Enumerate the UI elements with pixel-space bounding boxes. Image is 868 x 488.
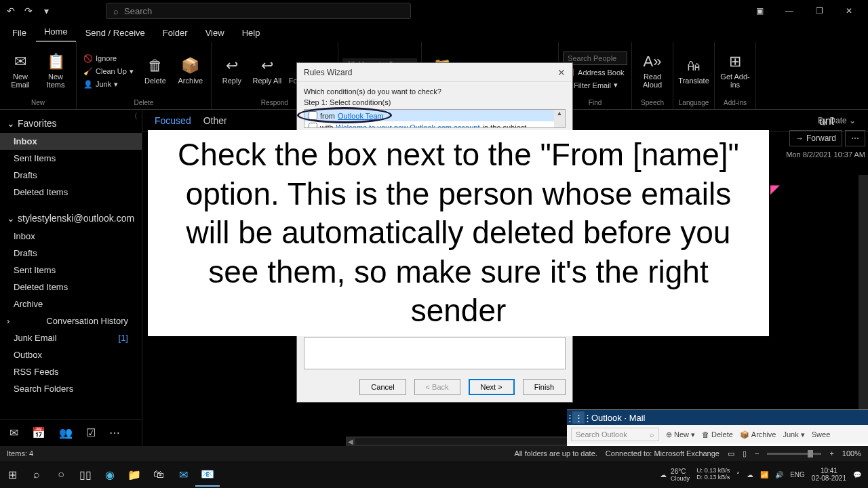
menu-help[interactable]: Help (234, 24, 269, 42)
weather-condition: Cloudy (671, 475, 690, 482)
redo-icon[interactable]: ↷ (23, 5, 34, 16)
ribbon-display-icon[interactable]: ▣ (746, 1, 773, 20)
menu-file[interactable]: File (4, 24, 35, 42)
forward-message-button[interactable]: →Forward (789, 130, 842, 146)
maximize-button[interactable]: ❐ (806, 1, 833, 20)
menu-home[interactable]: Home (36, 22, 76, 42)
zoom-slider[interactable] (767, 453, 821, 455)
close-button[interactable]: ✕ (835, 1, 863, 20)
condition-link[interactable]: Welcome to your new Outlook.com account (336, 123, 480, 129)
sidebar-item[interactable]: Drafts (0, 245, 142, 262)
menu-view[interactable]: View (197, 24, 233, 42)
undo-icon[interactable]: ↶ (5, 5, 16, 16)
dialog-close-button[interactable]: ✕ (557, 67, 566, 78)
calendar-icon[interactable]: 📅 (32, 426, 45, 439)
qat-dropdown-icon[interactable]: ▾ (41, 5, 52, 16)
outlook-app-icon[interactable]: 📧 (195, 462, 220, 487)
collapse-icon[interactable]: 〈 (130, 111, 138, 121)
owa-new-button[interactable]: ⊕New ▾ (666, 430, 695, 439)
clock[interactable]: 10:4102-08-2021 (812, 467, 846, 482)
sidebar-item[interactable]: Search Folders (0, 380, 142, 397)
view-normal-icon[interactable]: ▭ (728, 449, 734, 458)
conditions-list[interactable]: from Outlook Team with Welcome to your n… (304, 109, 566, 128)
condition-checkbox[interactable] (309, 111, 317, 120)
rule-description-box[interactable] (304, 337, 566, 369)
tray-chevron-icon[interactable]: ˄ (736, 471, 740, 479)
read-aloud-button[interactable]: A»Read Aloud (636, 47, 669, 95)
menu-folder[interactable]: Folder (155, 24, 196, 42)
sidebar-item[interactable]: Sent Items (0, 262, 142, 279)
sidebar-item[interactable]: Archive (0, 296, 142, 312)
sidebar-item-junk[interactable]: Junk Email[1] (0, 329, 142, 346)
account-header[interactable]: ⌄stylestylenski@outlook.com (0, 209, 142, 228)
search-input[interactable]: ⌕ Search (106, 3, 411, 19)
owa-search-input[interactable]: Search Outlook⌕ (571, 428, 659, 441)
finish-button[interactable]: Finish (523, 379, 566, 395)
minimize-button[interactable]: — (776, 1, 803, 20)
sidebar-item-sent[interactable]: Sent Items (0, 150, 142, 167)
store-icon[interactable]: 🛍 (146, 462, 171, 487)
notifications-icon[interactable]: 💬 (853, 471, 861, 479)
owa-junk-button[interactable]: Junk ▾ (783, 430, 805, 439)
sidebar-item[interactable]: Outbox (0, 346, 142, 363)
condition-from[interactable]: from Outlook Team (304, 110, 565, 121)
favorites-header[interactable]: ⌄Favorites (0, 114, 142, 133)
next-button[interactable]: Next > (469, 379, 515, 395)
delete-button[interactable]: 🗑Delete (139, 47, 172, 95)
search-button[interactable]: ⌕ (24, 462, 49, 487)
sidebar-item[interactable]: Deleted Items (0, 279, 142, 296)
explorer-icon[interactable]: 📁 (122, 462, 146, 487)
archive-button[interactable]: 📦Archive (174, 47, 207, 95)
sidebar-item[interactable]: ›Conversation History (0, 312, 142, 329)
start-button[interactable]: ⊞ (0, 462, 24, 487)
translate-button[interactable]: 🗛Translate (677, 47, 710, 95)
task-view-icon[interactable]: ▯▯ (73, 462, 98, 487)
owa-delete-button[interactable]: 🗑Delete (702, 430, 733, 439)
sidebar-item-deleted[interactable]: Deleted Items (0, 184, 142, 201)
cancel-button[interactable]: Cancel (359, 379, 406, 395)
get-addins-button[interactable]: ⊞Get Add-ins (719, 47, 751, 95)
volume-icon[interactable]: 🔊 (775, 471, 783, 479)
more-actions-button[interactable]: ⋯ (845, 130, 865, 146)
tasks-icon[interactable]: ☑ (86, 426, 96, 439)
clean-up-button[interactable]: 🧹Clean Up ▾ (81, 66, 136, 77)
weather-widget[interactable]: ☁ 26°CCloudy (660, 468, 690, 482)
zoom-in-icon[interactable]: + (829, 449, 833, 458)
owa-sweep-button[interactable]: Swee (812, 430, 831, 439)
mail-app-icon[interactable]: ✉ (171, 462, 195, 487)
reading-subject-partial: unt (819, 115, 834, 127)
onedrive-icon[interactable]: ☁ (747, 471, 753, 479)
owa-archive-button[interactable]: 📦Archive (740, 430, 776, 439)
sidebar-item[interactable]: Inbox (0, 228, 142, 245)
sidebar-item[interactable]: RSS Feeds (0, 363, 142, 380)
new-items-button[interactable]: 📋New Items (39, 47, 72, 95)
language-indicator[interactable]: ENG (790, 471, 805, 479)
tab-other[interactable]: Other (203, 115, 227, 126)
mail-icon[interactable]: ✉ (9, 426, 18, 439)
edge-icon[interactable]: ◉ (98, 462, 122, 487)
new-email-button[interactable]: ✉New Email (4, 47, 37, 95)
view-reading-icon[interactable]: ▯ (743, 449, 747, 458)
more-icon[interactable]: ⋯ (109, 426, 120, 439)
scroll-left-icon[interactable]: ◀ (346, 438, 355, 445)
condition-checkbox[interactable] (309, 123, 317, 128)
ignore-button[interactable]: 🚫Ignore (81, 53, 136, 64)
list-scrollbar[interactable]: ▲ (554, 110, 565, 127)
vertical-scrollbar[interactable] (859, 175, 868, 445)
wifi-icon[interactable]: 📶 (760, 471, 768, 479)
menu-send-receive[interactable]: Send / Receive (77, 24, 153, 42)
sidebar-item-drafts[interactable]: Drafts (0, 167, 142, 184)
people-icon[interactable]: 👥 (59, 426, 73, 439)
app-launcher-icon[interactable]: ⋮⋮⋮ (572, 411, 585, 424)
reply-all-button[interactable]: ↩Reply All (251, 47, 283, 95)
junk-button[interactable]: 👤Junk ▾ (81, 79, 136, 90)
reply-all-icon: ↩ (261, 58, 273, 74)
sidebar-item-inbox[interactable]: Inbox (0, 133, 142, 150)
cortana-icon[interactable]: ○ (49, 462, 73, 487)
condition-subject[interactable]: with Welcome to your new Outlook.com acc… (304, 121, 565, 128)
condition-link[interactable]: Outlook Team (338, 112, 384, 120)
reply-button[interactable]: ↩Reply (216, 47, 248, 95)
tab-focused[interactable]: Focused (155, 115, 191, 126)
ribbon-group-delete: Delete (134, 99, 153, 108)
zoom-out-icon[interactable]: − (755, 449, 759, 458)
